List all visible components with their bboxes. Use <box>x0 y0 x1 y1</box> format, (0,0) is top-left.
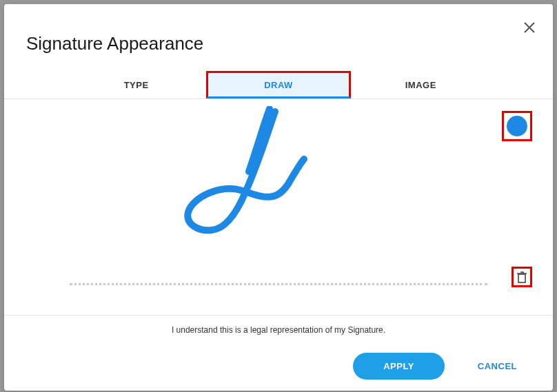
drawn-signature-stroke <box>180 106 311 237</box>
dialog-footer: I understand this is a legal representat… <box>4 316 553 391</box>
svg-rect-0 <box>518 274 525 282</box>
tab-type[interactable]: TYPE <box>66 71 206 99</box>
cancel-button[interactable]: CANCEL <box>478 361 517 371</box>
draw-canvas[interactable] <box>4 99 553 316</box>
signature-appearance-dialog: Signature Appearance TYPE DRAW IMAGE I u… <box>4 4 553 391</box>
color-swatch-icon <box>507 116 527 136</box>
color-picker-button[interactable] <box>502 111 532 141</box>
tab-image[interactable]: IMAGE <box>351 71 491 99</box>
signature-baseline <box>70 283 487 285</box>
action-buttons: APPLY CANCEL <box>21 353 536 380</box>
close-icon <box>524 22 535 33</box>
dialog-title: Signature Appearance <box>4 4 553 54</box>
apply-button[interactable]: APPLY <box>353 353 445 380</box>
clear-signature-button[interactable] <box>512 267 532 287</box>
signature-mode-tabs: TYPE DRAW IMAGE <box>4 71 553 99</box>
tab-draw[interactable]: DRAW <box>206 71 350 99</box>
delete-icon <box>516 271 527 283</box>
legal-disclaimer: I understand this is a legal representat… <box>21 325 536 335</box>
close-button[interactable] <box>521 19 538 36</box>
